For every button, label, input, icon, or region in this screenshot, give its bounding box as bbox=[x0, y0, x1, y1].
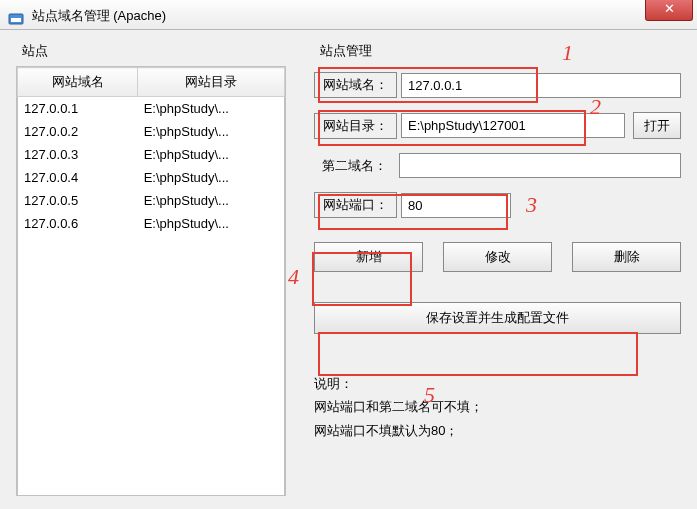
cell-domain: 127.0.0.2 bbox=[18, 120, 138, 143]
input-second[interactable] bbox=[399, 153, 681, 178]
col-domain[interactable]: 网站域名 bbox=[18, 68, 138, 97]
cell-domain: 127.0.0.1 bbox=[18, 97, 138, 121]
description: 说明： 网站端口和第二域名可不填； 网站端口不填默认为80； bbox=[314, 372, 681, 442]
input-domain[interactable] bbox=[401, 73, 681, 98]
app-icon bbox=[8, 8, 24, 24]
cell-dir: E:\phpStudy\... bbox=[138, 166, 285, 189]
row-second: 第二域名： bbox=[314, 153, 681, 178]
cell-dir: E:\phpStudy\... bbox=[138, 97, 285, 121]
window-body: 站点 网站域名 网站目录 127.0.0.1E:\phpStudy\...127… bbox=[0, 30, 697, 509]
row-domain: 网站域名： bbox=[314, 72, 681, 98]
desc-title: 说明： bbox=[314, 372, 681, 395]
table-row[interactable]: 127.0.0.5E:\phpStudy\... bbox=[18, 189, 285, 212]
save-button[interactable]: 保存设置并生成配置文件 bbox=[314, 302, 681, 334]
cell-domain: 127.0.0.4 bbox=[18, 166, 138, 189]
site-table[interactable]: 网站域名 网站目录 127.0.0.1E:\phpStudy\...127.0.… bbox=[17, 67, 285, 496]
left-heading: 站点 bbox=[22, 42, 286, 60]
table-row bbox=[18, 488, 285, 496]
table-row[interactable]: 127.0.0.6E:\phpStudy\... bbox=[18, 212, 285, 235]
cell-dir: E:\phpStudy\... bbox=[138, 143, 285, 166]
table-row bbox=[18, 442, 285, 465]
row-port: 网站端口： bbox=[314, 192, 681, 218]
right-panel: 站点管理 网站域名： 网站目录： 打开 第二域名： 网站端口： 新增 修改 删除… bbox=[314, 42, 681, 497]
table-row bbox=[18, 304, 285, 327]
cell-domain: 127.0.0.6 bbox=[18, 212, 138, 235]
site-table-wrapper: 网站域名 网站目录 127.0.0.1E:\phpStudy\...127.0.… bbox=[16, 66, 286, 496]
table-row bbox=[18, 281, 285, 304]
cell-dir: E:\phpStudy\... bbox=[138, 120, 285, 143]
label-second: 第二域名： bbox=[314, 154, 395, 178]
col-dir[interactable]: 网站目录 bbox=[138, 68, 285, 97]
cell-dir: E:\phpStudy\... bbox=[138, 189, 285, 212]
left-panel: 站点 网站域名 网站目录 127.0.0.1E:\phpStudy\...127… bbox=[16, 42, 286, 497]
table-row[interactable]: 127.0.0.1E:\phpStudy\... bbox=[18, 97, 285, 121]
table-row[interactable]: 127.0.0.4E:\phpStudy\... bbox=[18, 166, 285, 189]
desc-line1: 网站端口和第二域名可不填； bbox=[314, 395, 681, 418]
table-row bbox=[18, 396, 285, 419]
table-row bbox=[18, 465, 285, 488]
table-row bbox=[18, 373, 285, 396]
table-row[interactable]: 127.0.0.2E:\phpStudy\... bbox=[18, 120, 285, 143]
right-heading: 站点管理 bbox=[320, 42, 681, 60]
label-domain: 网站域名： bbox=[314, 72, 397, 98]
input-port[interactable] bbox=[401, 193, 511, 218]
add-button[interactable]: 新增 bbox=[314, 242, 423, 272]
table-row[interactable]: 127.0.0.3E:\phpStudy\... bbox=[18, 143, 285, 166]
open-button[interactable]: 打开 bbox=[633, 112, 681, 139]
input-dir[interactable] bbox=[401, 113, 625, 138]
delete-button[interactable]: 删除 bbox=[572, 242, 681, 272]
cell-domain: 127.0.0.3 bbox=[18, 143, 138, 166]
table-row bbox=[18, 350, 285, 373]
desc-line2: 网站端口不填默认为80； bbox=[314, 419, 681, 442]
cell-domain: 127.0.0.5 bbox=[18, 189, 138, 212]
crud-button-row: 新增 修改 删除 bbox=[314, 242, 681, 272]
table-row bbox=[18, 419, 285, 442]
modify-button[interactable]: 修改 bbox=[443, 242, 552, 272]
cell-dir: E:\phpStudy\... bbox=[138, 212, 285, 235]
table-row bbox=[18, 235, 285, 258]
table-row bbox=[18, 258, 285, 281]
close-button[interactable]: ✕ bbox=[645, 0, 693, 21]
label-dir: 网站目录： bbox=[314, 113, 397, 139]
annotation-num-4: 4 bbox=[288, 264, 299, 290]
titlebar: 站点域名管理 (Apache) ✕ bbox=[0, 0, 697, 30]
table-row bbox=[18, 327, 285, 350]
annotation-box-5 bbox=[318, 332, 638, 376]
svg-rect-1 bbox=[11, 18, 21, 22]
row-dir: 网站目录： 打开 bbox=[314, 112, 681, 139]
window-title: 站点域名管理 (Apache) bbox=[32, 8, 166, 23]
label-port: 网站端口： bbox=[314, 192, 397, 218]
